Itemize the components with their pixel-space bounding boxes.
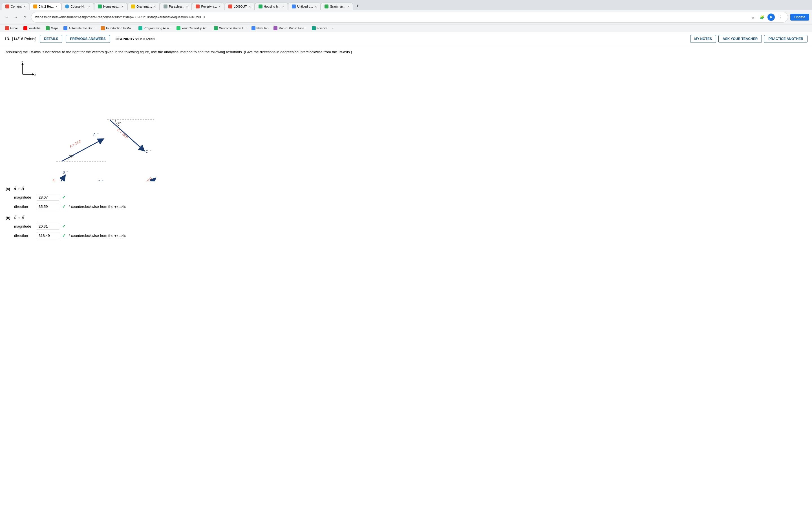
bookmark-newtab[interactable]: New Tab xyxy=(249,25,271,31)
url-text: webassign.net/web/Student/Assignment-Res… xyxy=(35,15,749,19)
bookmark-star-button[interactable]: ☆ xyxy=(749,13,757,21)
tab-untitled[interactable]: Untitled d... ✕ xyxy=(288,3,320,10)
practice-another-button[interactable]: PRACTICE ANOTHER xyxy=(764,35,808,43)
diagram-container: x y A = 21.5 A xyxy=(0,57,812,182)
tab-housing[interactable]: Housing h... ✕ xyxy=(255,3,288,10)
tab-content[interactable]: Content ✕ xyxy=(2,3,29,10)
svg-line-5 xyxy=(62,139,103,161)
tab-ch2[interactable]: Ch. 2 Ho... ✕ xyxy=(30,3,61,10)
magnitude-label: magnitude xyxy=(14,195,34,200)
vectors-diagram: x y A = 21.5 A xyxy=(6,57,163,181)
direction-label: direction xyxy=(14,205,34,209)
tab-icon xyxy=(33,4,37,8)
part-b: (b) → C + → B magnitude ✓ xyxy=(6,216,806,239)
profile-button[interactable]: R xyxy=(767,13,775,21)
correct-checkmark: ✓ xyxy=(62,233,66,238)
bookmark-careerup[interactable]: Your CareerUp Ac... xyxy=(174,25,211,31)
bookmark-programming[interactable]: Programming Assi... xyxy=(136,25,173,31)
tab-icon xyxy=(196,4,200,8)
nav-buttons: ← → ↻ xyxy=(3,13,29,21)
part-b-direction-row: direction ✓ ° counterclockwise from the … xyxy=(6,232,806,239)
svg-text:60°: 60° xyxy=(117,121,121,125)
svg-text:30°: 30° xyxy=(69,155,74,158)
tab-close[interactable]: ✕ xyxy=(249,5,251,8)
tab-close[interactable]: ✕ xyxy=(315,5,317,8)
direction-input[interactable] xyxy=(37,203,59,210)
direction-input-b[interactable] xyxy=(37,232,59,239)
address-bar[interactable]: webassign.net/web/Student/Assignment-Res… xyxy=(31,12,788,22)
svg-text:D
        →: D → xyxy=(98,179,104,181)
tab-homeless[interactable]: Homeless... ✕ xyxy=(94,3,127,10)
bookmark-automate[interactable]: Automate the Bori... xyxy=(61,25,98,31)
svg-text:B = 7.0: B = 7.0 xyxy=(47,179,56,181)
tab-icon xyxy=(259,4,262,8)
tab-paraphrase[interactable]: Paraphra... ✕ xyxy=(160,3,192,10)
update-button[interactable]: Update xyxy=(790,14,809,20)
welcome-icon xyxy=(214,26,218,30)
tab-icon xyxy=(65,4,69,8)
part-a: (a) → A + → B magnitude ✓ xyxy=(6,187,806,210)
svg-text:F = 32.0: F = 32.0 xyxy=(141,176,153,181)
svg-line-15 xyxy=(48,176,65,181)
bookmark-macro[interactable]: Macro: Public Fina... xyxy=(271,25,309,31)
svg-text:C = 22.0: C = 22.0 xyxy=(116,128,129,139)
magnitude-label: magnitude xyxy=(14,224,34,228)
part-b-magnitude-row: magnitude ✓ xyxy=(6,223,806,230)
bookmark-welcome[interactable]: Welcome Home L... xyxy=(212,25,248,31)
tab-close[interactable]: ✕ xyxy=(88,5,90,8)
unit-text: ° counterclockwise from the +x-axis xyxy=(68,205,126,209)
my-notes-button[interactable]: MY NOTES xyxy=(690,35,716,43)
tab-icon xyxy=(131,4,135,8)
question-header: 13. [14/16 Points] DETAILS PREVIOUS ANSW… xyxy=(0,32,812,46)
forward-button[interactable]: → xyxy=(12,13,20,21)
tab-close[interactable]: ✕ xyxy=(121,5,123,8)
tab-icon xyxy=(163,4,167,8)
prog-icon xyxy=(139,26,142,30)
correct-checkmark: ✓ xyxy=(62,194,66,200)
magnitude-input-b[interactable] xyxy=(37,223,59,230)
answers-section: (a) → A + → B magnitude ✓ xyxy=(0,182,812,249)
bookmark-science[interactable]: science xyxy=(310,25,329,31)
career-icon xyxy=(176,26,181,30)
address-icons: ☆ 🧩 R ⋮ xyxy=(749,13,784,21)
details-button[interactable]: DETAILS xyxy=(40,35,62,43)
part-a-direction-row: direction ✓ ° counterclockwise from the … xyxy=(6,203,806,210)
tab-close[interactable]: ✕ xyxy=(186,5,188,8)
previous-answers-button[interactable]: PREVIOUS ANSWERS xyxy=(66,35,110,43)
extensions-button[interactable]: 🧩 xyxy=(758,13,766,21)
tab-close[interactable]: ✕ xyxy=(218,5,221,8)
tab-close[interactable]: ✕ xyxy=(282,5,284,8)
tab-logout[interactable]: LOGOUT ✕ xyxy=(225,3,254,10)
tab-bar: Content ✕ Ch. 2 Ho... ✕ Course H... ✕ Ho… xyxy=(0,0,812,10)
bookmark-youtube[interactable]: YouTube xyxy=(21,25,43,31)
tab-icon xyxy=(98,4,102,8)
tab-close[interactable]: ✕ xyxy=(55,5,57,8)
bookmark-intro-ma[interactable]: Introduction to Ma... xyxy=(99,25,136,31)
youtube-icon xyxy=(23,26,28,30)
question-number: 13. [14/16 Points] xyxy=(4,37,36,41)
menu-button[interactable]: ⋮ xyxy=(776,13,784,21)
tab-grammar2[interactable]: Grammar... ✕ xyxy=(321,3,353,10)
tab-close[interactable]: ✕ xyxy=(23,5,26,8)
back-button[interactable]: ← xyxy=(3,13,11,21)
unit-text: ° counterclockwise from the +x-axis xyxy=(68,233,126,238)
tab-course[interactable]: Course H... ✕ xyxy=(61,3,94,10)
tab-close[interactable]: ✕ xyxy=(347,5,349,8)
bookmarks-overflow[interactable]: » xyxy=(332,26,333,30)
tab-icon xyxy=(229,4,232,8)
reload-button[interactable]: ↻ xyxy=(21,13,29,21)
new-tab-button[interactable]: + xyxy=(353,2,361,10)
part-a-expression: → A + → B xyxy=(13,187,24,191)
svg-text:B
        →: B → xyxy=(63,170,68,174)
tab-grammar1[interactable]: Grammar... ✕ xyxy=(128,3,160,10)
bookmark-gmail[interactable]: Gmail xyxy=(3,25,20,31)
magnitude-input[interactable] xyxy=(37,194,59,201)
tab-poverty[interactable]: Poverty a... ✕ xyxy=(192,3,224,10)
tab-close[interactable]: ✕ xyxy=(154,5,156,8)
browser-chrome: Content ✕ Ch. 2 Ho... ✕ Course H... ✕ Ho… xyxy=(0,0,812,32)
tab-icon xyxy=(292,4,296,8)
part-a-magnitude-row: magnitude ✓ xyxy=(6,194,806,201)
bookmark-maps[interactable]: Maps xyxy=(43,25,61,31)
bookmarks-bar: Gmail YouTube Maps Automate the Bori... … xyxy=(0,24,812,32)
ask-teacher-button[interactable]: ASK YOUR TEACHER xyxy=(718,35,762,43)
